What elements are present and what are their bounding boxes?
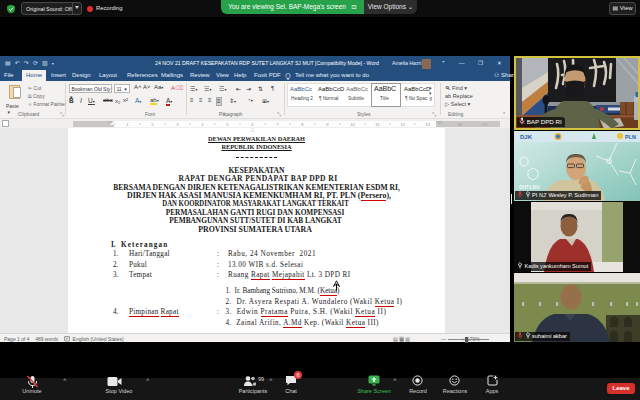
svg-text:3: 3 (176, 122, 179, 127)
svg-text:2: 2 (151, 122, 154, 127)
svg-text:PLN: PLN (625, 134, 636, 140)
svg-text:4: 4 (201, 122, 204, 127)
svg-text:5: 5 (226, 122, 229, 127)
svg-text:17: 17 (483, 122, 488, 127)
svg-text:1: 1 (126, 122, 129, 127)
svg-text:12: 12 (400, 122, 405, 127)
svg-text:13: 13 (425, 122, 430, 127)
svg-text:6: 6 (251, 122, 254, 127)
svg-text:11: 11 (375, 122, 380, 127)
svg-text:16: 16 (458, 122, 463, 127)
svg-text:DJK: DJK (520, 134, 533, 140)
svg-text:10: 10 (350, 122, 355, 127)
svg-text:8: 8 (301, 122, 304, 127)
svg-text:9: 9 (326, 122, 329, 127)
svg-text:7: 7 (276, 122, 279, 127)
